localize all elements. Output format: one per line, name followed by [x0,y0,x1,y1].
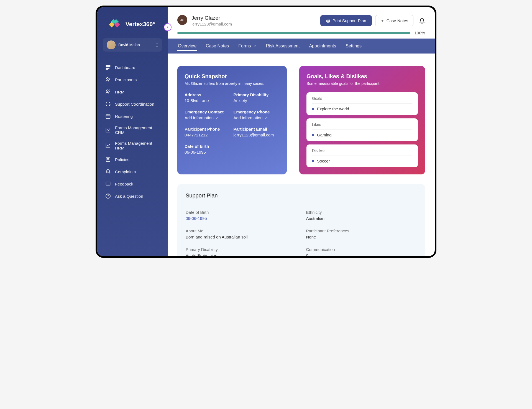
nav-label: Rostering [115,114,133,119]
support-preferences: Participant Preferences None [306,228,417,239]
like-item: Gaming [312,133,412,137]
bullet-icon [312,160,314,162]
profile-info: Jerry Glazer jerry1123@gmail.com [191,15,316,26]
brand-name: Vertex360° [126,21,155,27]
nav-menu: Dashboard Participants HRM Support Coord… [97,61,168,202]
user-avatar [107,40,116,49]
calendar-icon [105,113,111,119]
chevron-down-icon [253,44,257,48]
nav-label: Complaints [115,169,136,174]
svg-point-6 [106,90,108,92]
goals-title: Goals, Likes & Dislikes [306,73,418,80]
sidebar-item-ask-question[interactable]: Ask a Question [100,190,165,202]
policies-icon [105,156,111,162]
snapshot-subtitle: Mr. Glazer suffers from anxiety in many … [185,81,280,86]
dislikes-section: Dislikes Soccer [306,144,418,167]
nav-label: Feedback [115,182,133,186]
snapshot-card: Quick Snapshot Mr. Glazer suffers from a… [177,66,287,174]
notifications-icon[interactable] [419,18,425,24]
snapshot-email: Participant Email jerry1123@gmail.com [234,127,280,137]
svg-point-18 [108,197,108,197]
bullet-icon [312,108,314,110]
user-selector[interactable]: David Malan ⌃⌄ [103,38,162,52]
sidebar-item-forms-crm[interactable]: Forms Management CRM [100,122,165,138]
feedback-icon [105,181,111,187]
tab-risk-assessment[interactable]: Risk Assessment [265,39,300,54]
snapshot-emergency-contact: Emergency Contact Add information↗ [185,110,231,120]
nav-label: Dashboard [115,65,135,70]
goal-item: Explore the world [312,106,412,111]
snapshot-title: Quick Snapshot [185,73,280,80]
print-support-plan-button[interactable]: Print Support Plan [320,15,372,26]
chart-icon [105,143,111,149]
goals-subtitle: Some measurable goals for the participan… [306,81,418,86]
sidebar-item-policies[interactable]: Policies [100,153,165,166]
support-ethnicity: Ethnicity Australian [306,210,417,221]
svg-rect-0 [106,65,108,67]
dashboard-icon [105,64,111,70]
bell-icon [105,169,111,175]
add-emergency-contact[interactable]: Add information↗ [185,115,231,120]
sidebar-item-rostering[interactable]: Rostering [100,110,165,122]
sidebar-item-feedback[interactable]: Feedback [100,178,165,190]
goals-card: Goals, Likes & Dislikes Some measurable … [299,66,425,174]
progress-percent: 100% [415,31,425,35]
sidebar-item-support-coordination[interactable]: Support Coordination [100,98,165,110]
snapshot-emergency-phone: Emergency Phone Add information↗ [234,110,280,120]
sidebar-item-complaints[interactable]: Complaints [100,166,165,178]
nav-label: Forms Management CRM [115,125,160,135]
sidebar-item-hrm[interactable]: HRM [100,86,165,98]
nav-label: Support Coordination [115,102,154,106]
svg-rect-3 [109,68,109,69]
nav-label: Participants [115,77,137,82]
tab-forms[interactable]: Forms [238,39,257,54]
svg-point-16 [108,184,108,185]
plus-icon [380,19,384,23]
profile-email: jerry1123@gmail.com [191,22,316,26]
tabs: Overview Case Notes Forms Risk Assessmen… [168,39,435,54]
logo-section: Vertex360° [97,7,168,38]
collapse-sidebar-button[interactable] [164,23,172,31]
goals-section: Goals Explore the world [306,92,418,115]
svg-rect-7 [106,114,110,118]
sidebar-item-dashboard[interactable]: Dashboard [100,61,165,73]
question-icon [105,193,111,199]
arrow-icon: ↗ [265,116,268,120]
progress-section: 100% [168,31,435,35]
main-content: JG Jerry Glazer jerry1123@gmail.com Prin… [168,7,435,256]
snapshot-disability: Primary Disability Anxiety [234,92,280,103]
logo-icon [108,17,123,31]
dislike-item: Soccer [312,159,412,163]
nav-label: Policies [115,157,129,162]
expand-icon: ⌃⌄ [156,43,158,47]
svg-rect-1 [109,65,110,67]
participants-icon [105,77,111,83]
user-name: David Malan [118,43,153,47]
profile-avatar: JG [177,15,187,25]
header-actions: Print Support Plan Case Notes [320,15,425,26]
progress-bar [177,32,410,34]
hrm-icon [105,89,111,95]
support-dob: Date of Birth 06-06-1995 [186,210,296,221]
case-notes-button[interactable]: Case Notes [375,15,413,26]
sidebar-item-forms-hrm[interactable]: Forms Management HRM [100,138,165,153]
snapshot-address: Address 10 Blvd Lane [185,92,231,103]
nav-label: Ask a Question [115,194,143,199]
print-icon [326,19,330,23]
snapshot-phone: Participant Phone 0447721212 [185,127,231,137]
add-emergency-phone[interactable]: Add information↗ [234,115,280,120]
arrow-icon: ↗ [216,116,219,120]
sidebar-item-participants[interactable]: Participants [100,73,165,86]
tab-appointments[interactable]: Appointments [308,39,337,54]
tab-overview[interactable]: Overview [177,39,197,54]
support-about: About Me Born and raised on Australian s… [186,228,296,239]
headset-icon [105,101,111,107]
svg-point-5 [109,79,110,80]
likes-section: Likes Gaming [306,118,418,141]
support-dob-link[interactable]: 06-06-1995 [186,216,296,221]
support-communication: Communication 0 [306,247,417,256]
tab-case-notes[interactable]: Case Notes [205,39,230,54]
chart-icon [105,127,111,133]
tab-settings[interactable]: Settings [345,39,362,54]
nav-label: HRM [115,90,124,94]
